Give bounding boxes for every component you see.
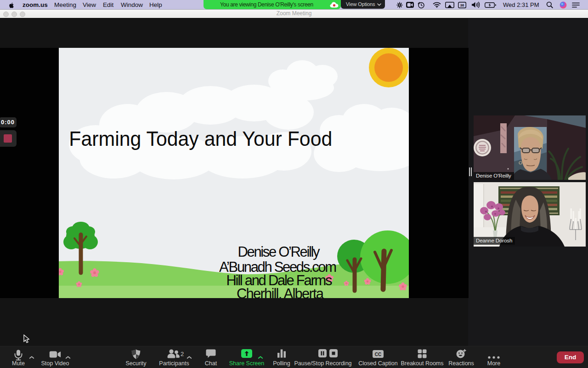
svg-text:36: 36 (460, 3, 464, 7)
svg-text:Denise O’Reilly: Denise O’Reilly (238, 244, 321, 260)
svg-text:Farming Today and Your Food: Farming Today and Your Food (69, 127, 332, 150)
svg-text:Cherhill, Alberta: Cherhill, Alberta (237, 286, 324, 299)
svg-text:CC: CC (375, 352, 381, 357)
